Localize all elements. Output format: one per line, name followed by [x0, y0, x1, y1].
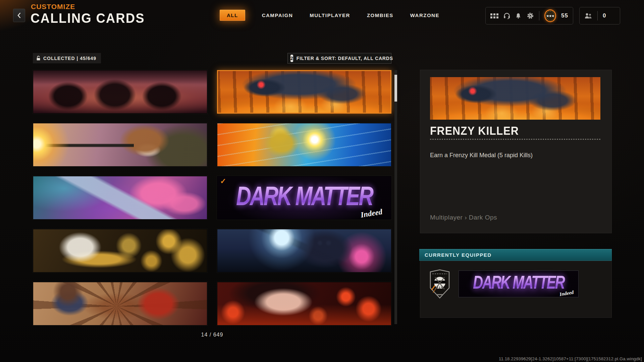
dark-matter-text: DARK MATTER: [459, 272, 578, 293]
tab-zombies[interactable]: ZOMBIES: [367, 12, 393, 18]
tab-campaign[interactable]: CAMPAIGN: [262, 12, 293, 18]
hud-cluster: ★★★ 55: [485, 7, 573, 24]
calling-card-frenzy-killer-wolves[interactable]: [217, 70, 391, 114]
tab-warzone[interactable]: WARZONE: [410, 12, 439, 18]
collected-label: COLLECTED | 45/649: [43, 56, 96, 61]
calling-card-grim-reaper[interactable]: [217, 229, 391, 273]
currently-equipped-header: CURRENTLY EQUIPPED: [419, 249, 612, 261]
tab-multiplayer[interactable]: MULTIPLAYER: [310, 12, 350, 18]
scrollbar-track[interactable]: [394, 70, 397, 324]
build-version-text: 11.18.22939629[24-1.3262]10587+11:[7300]…: [499, 356, 642, 361]
divider: [539, 11, 539, 20]
filter-sort-bar[interactable]: 2 FILTER & SORT: DEFAULT, ALL CARDS: [287, 53, 391, 64]
scrollbar-thumb[interactable]: [394, 75, 397, 102]
player-emblem[interactable]: [428, 269, 451, 299]
calling-card-mailbox-explosion[interactable]: [33, 282, 207, 325]
equipped-calling-card[interactable]: DARK MATTER Indeed: [459, 271, 578, 297]
card-preview-image: [430, 77, 600, 120]
social-cluster[interactable]: 0: [579, 7, 620, 24]
calling-card-horsemen[interactable]: [33, 70, 207, 114]
currently-equipped-label: CURRENTLY EQUIPPED: [425, 252, 492, 258]
dark-matter-text: DARK MATTER: [217, 180, 391, 211]
calling-card-skeleton-rocket[interactable]: [217, 123, 391, 167]
card-grid: ✓DARK MATTERIndeed: [33, 70, 391, 325]
collected-counter: COLLECTED | 45/649: [33, 53, 101, 63]
cod-points-value: 55: [561, 12, 568, 19]
page-title: CALLING CARDS: [31, 11, 145, 26]
back-button[interactable]: [13, 9, 25, 22]
card-unlock-description: Earn a Frenzy Kill Medal (5 rapid Kills): [430, 152, 533, 159]
friends-count: 0: [603, 12, 606, 19]
grid-icon[interactable]: [490, 13, 498, 18]
bell-icon[interactable]: [515, 12, 521, 19]
chevron-left-icon: [17, 12, 21, 18]
prestige-emblem[interactable]: ★★★: [544, 9, 556, 22]
unlock-icon: [36, 56, 41, 61]
divider: [430, 139, 601, 140]
tab-all[interactable]: ALL: [220, 10, 245, 21]
friends-icon: [584, 12, 592, 19]
customize-kicker: CUSTOMIZE: [31, 3, 75, 11]
calling-card-dark-matter[interactable]: ✓DARK MATTERIndeed: [217, 176, 391, 220]
gamepad-key-hint: 2: [290, 55, 293, 62]
currently-equipped-panel: DARK MATTER Indeed: [420, 261, 612, 318]
calling-card-croc-soldier[interactable]: [33, 123, 207, 167]
filter-sort-label: FILTER & SORT: DEFAULT, ALL CARDS: [297, 56, 393, 61]
card-category-breadcrumb: Multiplayer › Dark Ops: [430, 214, 497, 221]
tab-bar: ALL CAMPAIGN MULTIPLAYER ZOMBIES WARZONE: [220, 9, 439, 21]
card-title: FRENZY KILLER: [430, 124, 519, 138]
calling-card-vampire-skulls[interactable]: [217, 282, 391, 325]
headset-icon[interactable]: [503, 12, 510, 19]
calling-card-anime-chainsaw[interactable]: [33, 176, 207, 220]
divider: [597, 11, 598, 20]
gear-icon[interactable]: [527, 12, 534, 20]
equipped-check-icon: ✓: [220, 177, 226, 186]
calling-card-gold-skulls[interactable]: [33, 229, 207, 273]
card-details-panel: FRENZY KILLER Earn a Frenzy Kill Medal (…: [420, 70, 612, 233]
page-indicator: 14 / 649: [33, 332, 391, 338]
